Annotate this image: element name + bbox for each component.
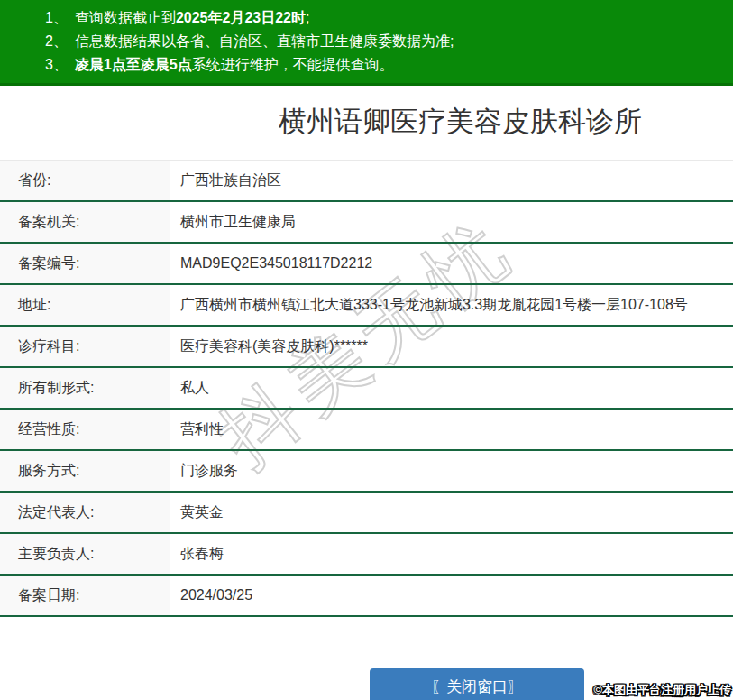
notice-line-2: 2、信息数据结果以各省、自治区、直辖市卫生健康委数据为准; [0,30,733,53]
notice-line-3: 3、凌晨1点至凌晨5点系统进行维护，不能提供查询。 [0,53,733,77]
row-label: 主要负责人: [0,534,170,574]
row-label: 备案日期: [0,576,170,615]
row-value: 2024/03/25 [170,576,733,615]
row-value: 黄英金 [170,493,733,532]
notice-text: 查询数据截止到 [75,10,176,25]
row-value: 私人 [170,368,733,408]
table-row-record-date: 备案日期: 2024/03/25 [0,576,733,617]
row-label: 省份: [0,161,170,200]
clinic-title: 横州语卿医疗美容皮肤科诊所 [0,105,733,139]
row-label: 备案编号: [0,244,170,283]
table-row-main-person-in-charge: 主要负责人: 张春梅 [0,534,733,576]
notice-line-1: 1、查询数据截止到2025年2月23日22时; [0,6,733,30]
notice-text: 信息数据结果以各省、自治区、直辖市卫生健康委数据为准; [75,33,454,49]
notice-number: 3、 [45,57,68,72]
notice-text: ; [306,10,309,25]
row-label: 所有制形式: [0,368,170,408]
row-value: 营利性 [170,410,733,449]
row-label: 诊疗科目: [0,327,170,366]
row-label: 地址: [0,285,170,325]
table-row-departments: 诊疗科目: 医疗美容科(美容皮肤科)****** [0,327,733,368]
notice-banner: 1、查询数据截止到2025年2月23日22时; 2、信息数据结果以各省、自治区、… [0,0,733,86]
notice-text: 系统进行维护，不能提供查询。 [192,57,394,72]
row-value: 广西横州市横州镇江北大道333-1号龙池新城3.3期龙胤花园1号楼一层107-1… [170,285,733,325]
registration-info-table: 省份: 广西壮族自治区 备案机关: 横州市卫生健康局 备案编号: MAD9EQ2… [0,160,733,617]
registration-query-page: 1、查询数据截止到2025年2月23日22时; 2、信息数据结果以各省、自治区、… [0,0,733,700]
row-value: 张春梅 [170,534,733,574]
table-row-province: 省份: 广西壮族自治区 [0,161,733,202]
notice-bold-text: 凌晨1点至凌晨5点 [75,57,192,72]
row-value: 门诊服务 [170,451,733,491]
table-row-ownership: 所有制形式: 私人 [0,368,733,410]
notice-number: 1、 [45,10,68,25]
notice-number: 2、 [45,33,68,49]
upload-caption: ©本图由平台注册用户上传 [593,682,731,698]
close-window-button[interactable]: 〖关闭窗口〗 [370,668,584,700]
row-value: 医疗美容科(美容皮肤科)****** [170,327,733,366]
table-row-service-mode: 服务方式: 门诊服务 [0,451,733,493]
row-value: MAD9EQ2E345018117D2212 [170,244,733,283]
row-value: 广西壮族自治区 [170,161,733,200]
row-label: 法定代表人: [0,493,170,532]
notice-bold-text: 2025年2月23日22时 [176,10,306,25]
table-row-record-number: 备案编号: MAD9EQ2E345018117D2212 [0,244,733,285]
table-row-authority: 备案机关: 横州市卫生健康局 [0,202,733,244]
row-value: 横州市卫生健康局 [170,202,733,242]
row-label: 服务方式: [0,451,170,491]
row-label: 备案机关: [0,202,170,242]
table-row-address: 地址: 广西横州市横州镇江北大道333-1号龙池新城3.3期龙胤花园1号楼一层1… [0,285,733,327]
table-row-legal-representative: 法定代表人: 黄英金 [0,493,733,534]
row-label: 经营性质: [0,410,170,449]
table-row-business-nature: 经营性质: 营利性 [0,410,733,451]
